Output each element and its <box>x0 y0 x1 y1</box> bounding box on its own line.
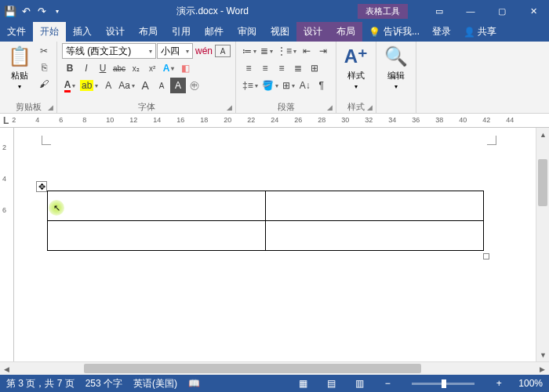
show-marks-button[interactable]: ¶ <box>314 78 329 93</box>
italic-button[interactable]: I <box>78 60 94 76</box>
undo-icon[interactable]: ↶ <box>19 4 33 18</box>
ribbon-options-icon[interactable]: ▭ <box>424 0 455 22</box>
underline-button[interactable]: U <box>95 60 111 76</box>
tab-references[interactable]: 引用 <box>165 22 198 42</box>
editing-button[interactable]: 🔍 编辑 ▾ <box>381 43 411 92</box>
table-resize-handle[interactable] <box>483 253 489 260</box>
styles-launcher-icon[interactable]: ◢ <box>365 103 374 112</box>
tab-review[interactable]: 审阅 <box>231 22 264 42</box>
bullets-button[interactable]: ≔▾ <box>241 43 258 59</box>
zoom-level[interactable]: 100% <box>518 378 543 389</box>
justify-button[interactable]: ≣ <box>290 60 306 76</box>
tab-view[interactable]: 视图 <box>264 22 296 42</box>
font-name-select[interactable]: 等线 (西文正文)▾ <box>62 43 156 59</box>
scroll-thumb[interactable] <box>538 159 547 206</box>
char-border-button[interactable]: A <box>215 45 231 57</box>
bold-button[interactable]: B <box>62 60 78 76</box>
document-area[interactable]: ✥ <box>14 128 536 361</box>
tab-design[interactable]: 设计 <box>99 22 132 42</box>
eraser-button[interactable]: ◧ <box>177 60 193 76</box>
tab-insert[interactable]: 插入 <box>66 22 99 42</box>
format-painter-button[interactable]: 🖌 <box>36 76 52 92</box>
styles-button[interactable]: A⁺ 样式 ▾ <box>341 43 371 92</box>
horizontal-ruler[interactable]: L 24681012141618202224262830323436384042… <box>0 114 549 128</box>
save-icon[interactable]: 💾 <box>3 4 17 18</box>
zoom-slider[interactable] <box>412 383 474 385</box>
tab-layout[interactable]: 布局 <box>132 22 165 42</box>
highlight-button[interactable]: ab▾ <box>78 78 100 93</box>
tab-file[interactable]: 文件 <box>0 22 33 42</box>
numbering-button[interactable]: ≣▾ <box>259 43 274 59</box>
enclose-char-button[interactable]: ㊥ <box>187 78 202 93</box>
tab-mailings[interactable]: 邮件 <box>198 22 231 42</box>
tell-me[interactable]: 💡告诉我... <box>362 22 426 42</box>
font-color-button[interactable]: A▾ <box>62 78 78 93</box>
table-move-handle[interactable]: ✥ <box>36 181 47 192</box>
change-case-button[interactable]: Aa▾ <box>117 78 136 93</box>
table-cell[interactable] <box>266 221 484 251</box>
align-center-button[interactable]: ≡ <box>257 60 273 76</box>
superscript-button[interactable]: x² <box>144 60 160 76</box>
cut-button[interactable]: ✂ <box>36 43 52 59</box>
tab-home[interactable]: 开始 <box>33 22 66 42</box>
align-right-button[interactable]: ≡ <box>274 60 289 76</box>
text-effects-button[interactable]: A▾ <box>161 60 176 76</box>
status-language[interactable]: 英语(美国) <box>133 377 177 390</box>
decrease-indent-button[interactable]: ⇤ <box>299 43 314 59</box>
distributed-button[interactable]: ⊞ <box>307 60 322 76</box>
shrink-font-button[interactable]: A <box>154 78 169 93</box>
zoom-out-button[interactable]: − <box>379 376 396 390</box>
pinyin-guide-button[interactable]: wén <box>194 43 214 59</box>
document-table[interactable] <box>47 191 484 251</box>
status-book-icon[interactable]: 📖 <box>188 378 200 389</box>
zoom-in-button[interactable]: + <box>490 376 507 390</box>
tab-table-layout[interactable]: 布局 <box>329 22 362 42</box>
subscript-button[interactable]: x₂ <box>128 60 144 76</box>
scroll-thumb[interactable] <box>84 364 421 373</box>
tab-table-design[interactable]: 设计 <box>296 22 329 42</box>
borders-button[interactable]: ⊞▾ <box>281 78 296 93</box>
maximize-icon[interactable]: ▢ <box>486 0 518 22</box>
redo-icon[interactable]: ↷ <box>35 4 49 18</box>
close-icon[interactable]: ✕ <box>518 0 549 22</box>
paragraph-launcher-icon[interactable]: ◢ <box>325 103 334 112</box>
paste-icon: 📋 <box>8 45 31 68</box>
paste-button[interactable]: 📋 粘贴 ▾ <box>5 43 35 92</box>
group-styles: A⁺ 样式 ▾ 样式 ◢ <box>336 42 376 113</box>
find-icon: 🔍 <box>384 45 408 68</box>
align-left-button[interactable]: ≡ <box>241 60 256 76</box>
qat-more-icon[interactable]: ▾ <box>50 4 64 18</box>
view-web-icon[interactable]: ▥ <box>351 376 368 390</box>
increase-indent-button[interactable]: ⇥ <box>315 43 331 59</box>
multilevel-button[interactable]: ⋮≡▾ <box>275 43 298 59</box>
vertical-scrollbar[interactable]: ▲ ▼ <box>536 128 549 361</box>
sort-button[interactable]: A↓ <box>297 78 313 93</box>
chevron-down-icon: ▾ <box>149 48 152 55</box>
scroll-left-icon[interactable]: ◀ <box>0 362 13 376</box>
grow-font-button[interactable]: A <box>137 78 153 93</box>
horizontal-scrollbar[interactable]: ◀ ▶ <box>0 361 549 375</box>
minimize-icon[interactable]: — <box>455 0 486 22</box>
view-read-icon[interactable]: ▦ <box>294 376 311 390</box>
line-spacing-button[interactable]: ‡≡▾ <box>241 78 260 93</box>
table-cell[interactable] <box>266 191 484 221</box>
status-wordcount[interactable]: 253 个字 <box>85 377 122 390</box>
login-button[interactable]: 登录 <box>426 22 457 42</box>
share-button[interactable]: 👤共享 <box>457 22 503 42</box>
font-size-select[interactable]: 小四▾ <box>157 43 193 59</box>
char-fill-button[interactable]: A <box>170 78 186 93</box>
scroll-down-icon[interactable]: ▼ <box>536 348 549 361</box>
copy-button[interactable]: ⎘ <box>36 60 52 75</box>
scroll-up-icon[interactable]: ▲ <box>536 128 549 141</box>
font-launcher-icon[interactable]: ◢ <box>224 103 234 112</box>
clipboard-launcher-icon[interactable]: ◢ <box>45 103 55 112</box>
shading-button[interactable]: 🪣▾ <box>260 78 280 93</box>
table-cell[interactable] <box>48 221 266 251</box>
scroll-right-icon[interactable]: ▶ <box>536 362 549 376</box>
vertical-ruler[interactable]: 246 <box>0 128 14 361</box>
view-print-icon[interactable]: ▤ <box>322 376 340 390</box>
table-cell[interactable] <box>48 191 266 221</box>
char-shading-button[interactable]: A <box>100 78 116 93</box>
status-page[interactable]: 第 3 页，共 7 页 <box>6 377 75 390</box>
strike-button[interactable]: abc <box>111 60 127 76</box>
